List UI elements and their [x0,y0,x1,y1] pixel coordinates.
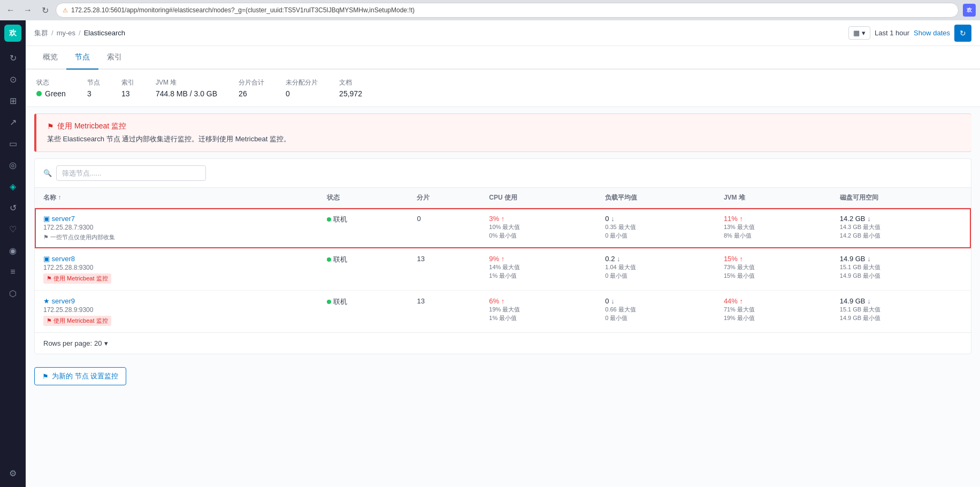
search-row: 🔍 [35,159,971,188]
node-cpu-cell: 6% ↑19% 最大值1% 最小值 [480,291,596,333]
node-status-cell: 联机 [318,248,409,291]
security-warning-icon: ⚠ [63,7,68,14]
sidebar-icon-apm[interactable]: ↺ [3,198,22,217]
node-load-cell: 0.2 ↓1.04 最大值0 最小值 [596,248,715,291]
table-row[interactable]: ▣ server7172.25.28.7:9300⚑ 一些节点仅使用内部收集联机… [35,208,971,248]
sidebar-icon-infra[interactable]: ⬡ [3,284,22,303]
col-shards: 分片 [408,188,480,208]
stat-unassigned: 未分配分片 0 [286,78,318,98]
sidebar-icon-refresh[interactable]: ↻ [3,48,22,67]
sidebar-icon-siem[interactable]: ◉ [3,241,22,260]
tabs-bar: 概览 节点 索引 [26,46,980,70]
page-content: 概览 节点 索引 状态 Green 节点 3 索引 [26,46,980,487]
search-icon: 🔍 [43,169,52,177]
forward-button[interactable]: → [21,4,34,17]
node-link[interactable]: ★ server9 [43,297,310,305]
metricbeat-tag: ⚑ 使用 Metricbeat 监控 [43,316,111,326]
node-ip: 172.25.28.9:9300 [43,306,310,314]
stat-shards-value: 26 [239,89,264,98]
stat-jvm-value: 744.8 MB / 3.0 GB [156,89,217,98]
sidebar-icon-visualize[interactable]: ↗ [3,112,22,132]
table-footer: Rows per page: 20 ▾ [35,332,971,354]
node-jvm-cell: 44% ↑71% 最大值19% 最小值 [715,291,831,333]
node-status-cell: 联机 [318,208,409,248]
node-jvm-cell: 15% ↑73% 最大值15% 最小值 [715,248,831,291]
sidebar-icon-dashboard[interactable]: ⊞ [3,91,22,110]
node-disk-cell: 14.9 GB ↓15.1 GB 最大值14.9 GB 最小值 [831,291,971,333]
node-link[interactable]: ▣ server8 [43,255,310,263]
stat-indices-value: 13 [121,89,134,98]
col-load: 负载平均值 [596,188,715,208]
table-row[interactable]: ★ server9172.25.28.9:9300⚑ 使用 Metricbeat… [35,291,971,333]
stat-status-label: 状态 [36,78,66,87]
stat-indices-label: 索引 [121,78,134,87]
col-status: 状态 [318,188,409,208]
col-disk: 磁盘可用空间 [831,188,971,208]
sidebar-icon-canvas[interactable]: ▭ [3,134,22,153]
tab-indices[interactable]: 索引 [98,46,131,70]
node-shards-cell: 13 [408,291,480,333]
internal-tag: ⚑ 一些节点仅使用内部收集 [43,233,310,241]
metricbeat-tag: ⚑ 使用 Metricbeat 监控 [43,273,111,284]
nodes-table: 名称 ↑ 状态 分片 CPU 使用 [35,188,971,332]
node-shards-cell: 0 [408,208,480,248]
setup-icon: ⚑ [42,372,49,381]
app-logo[interactable]: 欢 [4,25,21,42]
col-jvm: JVM 堆 [715,188,831,208]
breadcrumb-my-es[interactable]: my-es [57,29,75,37]
node-disk-cell: 14.2 GB ↓14.3 GB 最大值14.2 GB 最小值 [831,208,971,248]
node-ip: 172.25.28.7:9300 [43,224,310,231]
table-row[interactable]: ▣ server8172.25.28.8:9300⚑ 使用 Metricbeat… [35,248,971,291]
node-cpu-cell: 3% ↑10% 最大值0% 最小值 [480,208,596,248]
node-link[interactable]: ▣ server7 [43,215,310,223]
search-input[interactable] [56,165,206,181]
node-cpu-cell: 9% ↑14% 最大值1% 最小值 [480,248,596,291]
calendar-icon: ▦ [853,29,860,37]
node-name-cell: ▣ server7172.25.28.7:9300⚑ 一些节点仅使用内部收集 [35,208,318,248]
node-load-cell: 0 ↓0.35 最大值0 最小值 [596,208,715,248]
node-shards-cell: 13 [408,248,480,291]
sidebar-icon-monitor[interactable]: ◈ [3,177,22,196]
time-label: Last 1 hour [875,29,909,37]
sidebar-icon-settings[interactable]: ⚙ [3,463,22,483]
chevron-down-icon: ▾ [104,339,108,347]
reload-button[interactable]: ↻ [39,4,51,17]
refresh-button[interactable]: ↻ [954,25,971,42]
warning-icon: ⚑ [47,122,54,131]
stat-unassigned-label: 未分配分片 [286,78,318,87]
rows-per-page-selector[interactable]: Rows per page: 20 ▾ [43,339,108,347]
col-cpu: CPU 使用 [480,188,596,208]
node-table-section: 🔍 名称 ↑ 状态 分片 [34,158,971,354]
extension-button[interactable]: 欢 [963,4,976,17]
sidebar: 欢 ↻ ⊙ ⊞ ↗ ▭ ◎ ◈ ↺ ♡ ◉ ≡ ⬡ ⚙ [0,20,26,487]
tab-overview[interactable]: 概览 [34,46,66,70]
node-name-cell: ★ server9172.25.28.9:9300⚑ 使用 Metricbeat… [35,291,318,333]
sidebar-icon-search[interactable]: ⊙ [3,70,22,89]
address-bar[interactable]: ⚠ 172.25.28.10:5601/app/monitoring#/elas… [56,3,959,18]
stat-jvm-label: JVM 堆 [156,78,217,87]
node-load-cell: 0 ↓0.66 最大值0 最小值 [596,291,715,333]
breadcrumb-elasticsearch: Elasticsearch [84,29,125,37]
stat-nodes: 节点 3 [87,78,100,98]
stat-docs-value: 25,972 [339,89,362,98]
sidebar-icon-maps[interactable]: ◎ [3,155,22,174]
breadcrumb: 集群 / my-es / Elasticsearch [34,28,125,38]
tab-nodes[interactable]: 节点 [66,46,98,70]
col-name[interactable]: 名称 ↑ [35,188,318,208]
warning-banner: ⚑ 使用 Metricbeat 监控 某些 Elasticsearch 节点 通… [34,113,971,152]
status-green-dot [36,91,42,96]
stat-status-value: Green [36,89,66,98]
node-ip: 172.25.28.8:9300 [43,264,310,271]
back-button[interactable]: ← [4,4,17,17]
sidebar-icon-uptime[interactable]: ♡ [3,219,22,239]
breadcrumb-cluster[interactable]: 集群 [34,28,48,38]
node-jvm-cell: 11% ↑13% 最大值8% 最小值 [715,208,831,248]
show-dates-button[interactable]: Show dates [914,29,950,37]
warning-title: ⚑ 使用 Metricbeat 监控 [47,121,961,131]
node-name-cell: ▣ server8172.25.28.8:9300⚑ 使用 Metricbeat… [35,248,318,291]
stat-indices: 索引 13 [121,78,134,98]
sidebar-icon-logs[interactable]: ≡ [3,262,22,281]
calendar-button[interactable]: ▦ ▾ [848,26,870,40]
node-status-cell: 联机 [318,291,409,333]
setup-monitoring-button[interactable]: ⚑ 为新的 节点 设置监控 [34,367,126,385]
